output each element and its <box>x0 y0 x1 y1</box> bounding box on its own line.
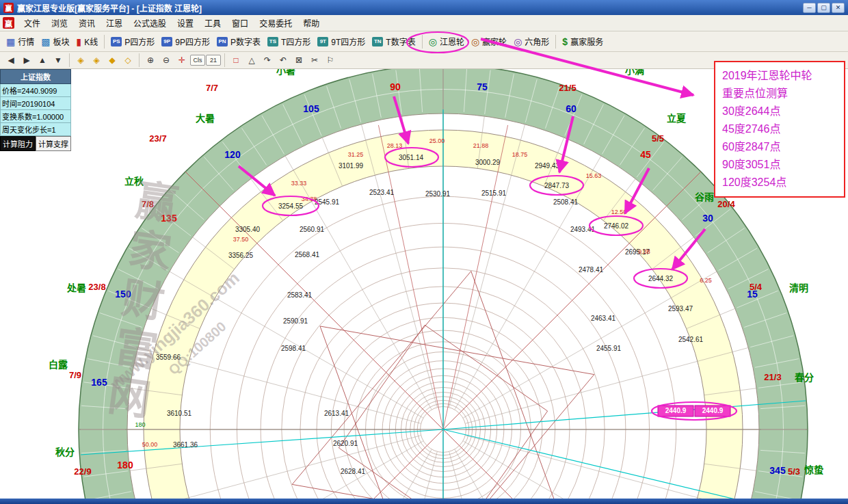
panel-buttons: 计算阻力计算支撑 <box>0 136 71 151</box>
solar-date-label: 21/3 <box>764 372 781 382</box>
rotate-ccw-icon[interactable]: ↶ <box>276 53 291 67</box>
zoom-in-icon[interactable]: ⊕ <box>143 53 158 67</box>
wheel-price-label: 2620.91 <box>333 440 358 447</box>
toolbar-button-gann-wheel[interactable]: ◎江恩轮 <box>425 34 468 49</box>
rect-tool-icon[interactable]: □ <box>228 53 243 67</box>
toolbar-button-label: P数字表 <box>230 36 261 47</box>
solar-term-label: 立夏 <box>667 113 687 124</box>
toolbar-button-kline[interactable]: ▮K线 <box>73 34 102 49</box>
toolbar-button-t-square[interactable]: TST四方形 <box>264 34 314 49</box>
parameter-panel: 上证指数 价格=2440.9099时间=20190104变换系数=1.00000… <box>0 69 71 151</box>
calc-support-button[interactable]: 计算支撑 <box>36 136 71 151</box>
wheel-price-label: 3356.25 <box>228 252 254 259</box>
wheel-degree-label: 37.50 <box>233 236 249 243</box>
panel-field: 周天变化步长=1 <box>0 123 71 136</box>
current-price-value: 2440.9 <box>702 407 724 414</box>
toolbar-button-t-table[interactable]: TNT数字表 <box>369 34 419 49</box>
close-button[interactable]: ✕ <box>832 3 845 13</box>
toolbar-button-sectors[interactable]: ▩板块 <box>38 34 72 49</box>
toolbar-button-label: 行情 <box>18 36 34 47</box>
zoom-out-icon[interactable]: ⊖ <box>159 53 174 67</box>
toolbar-button-9t-square[interactable]: 9T9T四方形 <box>314 34 369 49</box>
wheel-price-label: 2560.91 <box>300 226 325 233</box>
annotation-line: 30度2644点 <box>722 103 837 120</box>
panel-field: 价格=2440.9099 <box>0 84 71 97</box>
menu-item-帮助[interactable]: 帮助 <box>297 14 325 31</box>
menu-item-窗口[interactable]: 窗口 <box>226 14 254 31</box>
toolbar-separator <box>69 53 70 67</box>
delete-tool-icon[interactable]: ⊠ <box>291 53 306 67</box>
toolbar-button-quotes[interactable]: ▦行情 <box>3 34 38 49</box>
menu-item-资讯[interactable]: 资讯 <box>73 14 101 31</box>
filter-icon[interactable]: ▼ <box>51 53 66 67</box>
toolbar-separator <box>555 35 556 49</box>
diamond-4-icon[interactable]: ◇ <box>120 53 135 67</box>
wheel-price-label: 2613.41 <box>324 410 349 417</box>
wheel-price-label: 3000.29 <box>475 159 501 166</box>
menu-item-江恩[interactable]: 江恩 <box>101 14 128 31</box>
toolbar-button-winner-wheel[interactable]: ◎赢家轮 <box>468 34 510 49</box>
back-icon[interactable]: ◀ <box>3 53 18 67</box>
wheel-price-label: 2515.91 <box>481 189 507 197</box>
t-square-icon: TS <box>267 37 278 47</box>
wheel-degree-label: 18.75 <box>512 151 528 158</box>
menu-item-浏览[interactable]: 浏览 <box>46 14 73 31</box>
wheel-angle-label: 75 <box>477 81 488 92</box>
wheel-angle-label: 30 <box>702 213 713 224</box>
forward-icon[interactable]: ▶ <box>19 53 34 67</box>
wheel-price-label: 2746.02 <box>604 222 629 230</box>
wheel-price-label: 2568.41 <box>295 251 320 258</box>
toolbar-button-p-square[interactable]: PSP四方形 <box>107 34 158 49</box>
wheel-price-label: 2949.43 <box>535 162 560 170</box>
toolbar-button-label: 9T四方形 <box>331 36 365 47</box>
wheel-angle-label: 90 <box>390 81 401 92</box>
wheel-degree-label: 28.13 <box>387 142 403 149</box>
flag-icon[interactable]: ⚐ <box>323 53 338 67</box>
menu-item-设置[interactable]: 设置 <box>172 14 199 31</box>
wheel-price-label: 2455.91 <box>596 345 622 352</box>
calendar-icon[interactable]: 21 <box>206 55 221 66</box>
annotation-line: 120度3254点 <box>722 174 837 191</box>
main-toolbar: ▦行情▩板块▮K线PSP四方形9P9P四方形PNP数字表TST四方形9T9T四方… <box>0 31 848 52</box>
diamond-1-icon[interactable]: ◈ <box>73 53 88 67</box>
maximize-button[interactable]: ▢ <box>817 3 830 13</box>
toolbar-button-winner-service[interactable]: $赢家服务 <box>559 34 607 49</box>
pointer-up-icon[interactable]: ▲ <box>35 53 50 67</box>
calc-resistance-button[interactable]: 计算阻力 <box>0 136 36 151</box>
toolbar-button-label: 江恩轮 <box>440 36 464 47</box>
solar-date-label: 20/4 <box>717 199 735 209</box>
pin-icon[interactable]: ✛ <box>174 53 189 67</box>
clear-icon[interactable]: Cls <box>190 55 205 66</box>
diamond-3-icon[interactable]: ◆ <box>105 53 120 67</box>
wheel-degree-label: 12.50 <box>611 209 627 215</box>
menu-item-交易委托[interactable]: 交易委托 <box>254 14 297 31</box>
9p-square-icon: 9P <box>161 37 172 47</box>
solar-date-label: 5/3 <box>788 466 800 477</box>
solar-term-label: 春分 <box>794 372 814 383</box>
winner-service-icon: $ <box>562 37 568 47</box>
menu-item-文件[interactable]: 文件 <box>18 14 46 31</box>
wheel-angle-label: 165 <box>91 377 107 388</box>
title-bar: 赢 赢家江恩专业版[赢家服务平台] - [上证指数 江恩轮] ─▢✕ <box>0 0 848 15</box>
diamond-2-icon[interactable]: ◈ <box>89 53 104 67</box>
menu-item-工具[interactable]: 工具 <box>199 14 226 31</box>
minimize-button[interactable]: ─ <box>803 3 816 13</box>
hexagon-icon: ◎ <box>514 37 522 47</box>
menu-item-公式选股[interactable]: 公式选股 <box>128 14 172 31</box>
wheel-degree-label: 25.00 <box>429 137 445 144</box>
wheel-price-label: 2545.91 <box>315 198 340 206</box>
solar-date-label: 5/4 <box>750 282 763 292</box>
toolbar-button-p-table[interactable]: PNP数字表 <box>213 34 264 49</box>
solar-term-label: 小满 <box>625 69 644 76</box>
wheel-price-label: 2644.32 <box>648 275 674 282</box>
toolbar-button-9p-square[interactable]: 9P9P四方形 <box>158 34 213 49</box>
rotate-cw-icon[interactable]: ↷ <box>260 53 275 67</box>
wheel-angle-label: 150 <box>115 289 131 300</box>
wheel-angle-label: 180 <box>117 460 133 470</box>
t-table-icon: TN <box>372 37 383 47</box>
wheel-price-label: 2493.41 <box>570 226 596 233</box>
toolbar-button-hexagon[interactable]: ◎六角形 <box>510 34 553 49</box>
wheel-angle-label: 135 <box>161 213 177 224</box>
triangle-tool-icon[interactable]: △ <box>244 53 259 67</box>
scissors-icon[interactable]: ✂ <box>307 53 322 67</box>
